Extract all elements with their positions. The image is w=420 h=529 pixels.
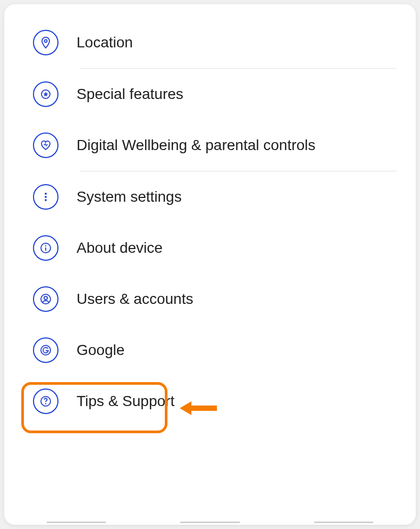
settings-item-label: Users & accounts bbox=[77, 291, 193, 308]
settings-item-label: Digital Wellbeing & parental controls bbox=[77, 137, 315, 154]
settings-item-users-accounts[interactable]: Users & accounts bbox=[4, 274, 416, 325]
settings-item-label: Location bbox=[77, 34, 133, 51]
settings-item-digital-wellbeing[interactable]: Digital Wellbeing & parental controls bbox=[4, 120, 416, 171]
settings-item-tips-support[interactable]: Tips & Support bbox=[4, 376, 416, 427]
settings-item-location[interactable]: Location bbox=[4, 17, 416, 68]
heart-icon bbox=[33, 133, 58, 158]
svg-point-9 bbox=[44, 296, 47, 300]
settings-item-label: System settings bbox=[77, 188, 182, 205]
svg-point-4 bbox=[45, 199, 47, 201]
question-icon bbox=[33, 389, 58, 414]
settings-item-label: Special features bbox=[77, 86, 183, 103]
settings-item-label: Tips & Support bbox=[77, 393, 174, 410]
info-icon bbox=[33, 235, 58, 261]
settings-item-about-device[interactable]: About device bbox=[4, 222, 416, 274]
google-g-icon bbox=[33, 337, 58, 363]
svg-point-12 bbox=[45, 403, 46, 404]
user-circle-icon bbox=[33, 286, 58, 312]
nav-indicator bbox=[4, 522, 416, 525]
settings-item-label: Google bbox=[77, 342, 124, 359]
settings-item-system-settings[interactable]: System settings bbox=[4, 171, 416, 222]
more-vertical-icon bbox=[33, 184, 58, 210]
svg-point-3 bbox=[45, 196, 47, 198]
svg-point-10 bbox=[41, 345, 51, 355]
settings-item-special-features[interactable]: Special features bbox=[4, 69, 416, 120]
svg-point-6 bbox=[45, 245, 46, 246]
star-circle-icon bbox=[33, 81, 58, 107]
svg-point-2 bbox=[45, 193, 47, 195]
svg-point-0 bbox=[45, 40, 47, 43]
settings-item-label: About device bbox=[77, 239, 163, 257]
settings-item-google[interactable]: Google bbox=[4, 325, 416, 376]
location-pin-icon bbox=[33, 30, 58, 55]
settings-panel: Location Special features Digital Wellbe… bbox=[4, 4, 416, 525]
